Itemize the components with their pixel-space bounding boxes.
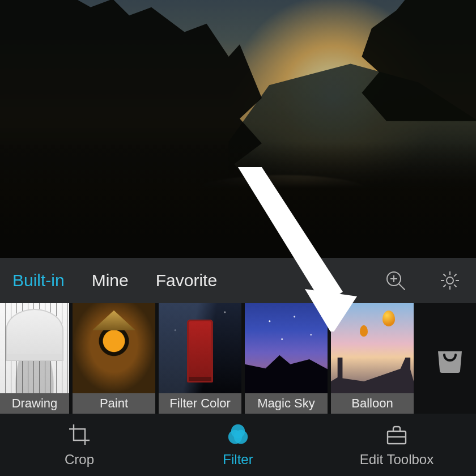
magnify-plus-icon [384, 269, 407, 292]
thumb-image [0, 303, 69, 393]
nav-label: Crop [65, 452, 94, 468]
thumb-image [73, 303, 155, 393]
filter-category-bar: Built-in Mine Favorite [0, 258, 476, 303]
filter-strip[interactable]: Drawing Paint Filter Color Magic Sky Bal… [0, 303, 476, 414]
filter-thumbnails[interactable]: Drawing Paint Filter Color Magic Sky Bal… [0, 303, 424, 414]
zoom-in-button[interactable] [382, 267, 409, 294]
nav-label: Filter [223, 452, 253, 468]
thumb-label: Drawing [0, 393, 69, 414]
svg-point-7 [232, 425, 244, 437]
thumb-image [245, 303, 328, 393]
filter-thumb-drawing[interactable]: Drawing [0, 303, 69, 414]
preview-dim-overlay [0, 0, 476, 258]
nav-filter[interactable]: Filter [181, 422, 295, 468]
shopping-bag-icon [435, 343, 465, 374]
svg-line-1 [399, 284, 405, 290]
bottom-nav: Crop Filter Edit Toolbox [0, 414, 476, 476]
gear-icon [439, 269, 461, 292]
thumb-label: Magic Sky [245, 393, 328, 414]
thumb-label: Balloon [331, 393, 414, 414]
filter-thumb-magic-sky[interactable]: Magic Sky [245, 303, 328, 414]
tab-mine[interactable]: Mine [92, 271, 129, 290]
nav-edit-toolbox[interactable]: Edit Toolbox [340, 422, 453, 468]
tab-favorite[interactable]: Favorite [156, 271, 217, 290]
filter-thumb-paint[interactable]: Paint [73, 303, 155, 414]
settings-button[interactable] [436, 267, 464, 294]
thumb-label: Filter Color [159, 393, 241, 414]
image-preview[interactable] [0, 0, 476, 258]
svg-point-4 [447, 277, 453, 284]
photo-editor-screen: Built-in Mine Favorite Drawing Pa [0, 0, 476, 476]
filter-store-button[interactable] [424, 303, 476, 414]
thumb-image [159, 303, 241, 393]
filter-thumb-balloon[interactable]: Balloon [331, 303, 414, 414]
filter-thumb-filter-color[interactable]: Filter Color [159, 303, 241, 414]
nav-crop[interactable]: Crop [23, 422, 136, 468]
nav-label: Edit Toolbox [360, 452, 434, 468]
thumb-label: Paint [73, 393, 155, 414]
filter-icon [226, 422, 250, 447]
tab-built-in[interactable]: Built-in [12, 271, 65, 290]
crop-icon [67, 422, 92, 447]
toolbox-icon [384, 422, 409, 447]
thumb-image [331, 303, 414, 393]
